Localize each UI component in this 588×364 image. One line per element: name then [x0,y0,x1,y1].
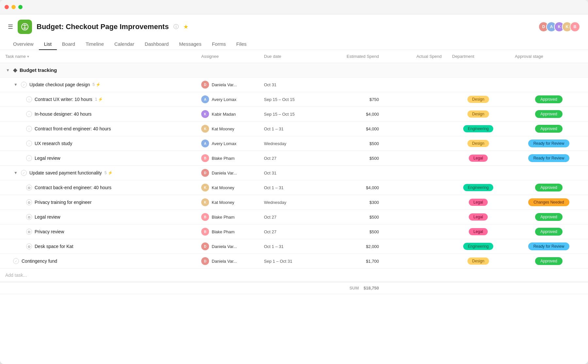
approval-badge-t2: Approved [535,110,562,118]
assignee-avatar-t9: B [201,228,209,236]
dept-tag-t1: Design [467,96,489,103]
sum-empty5 [447,282,510,294]
approval-badge-tt1: Approved [535,257,562,265]
approval-t8: Approved [510,210,588,224]
minimize-dot[interactable] [11,5,16,9]
task-check-t9[interactable]: ○ [26,229,32,235]
sum-empty6 [510,282,588,294]
tab-timeline[interactable]: Timeline [80,39,109,50]
task-name-cell-t2: ○ In-house designer: 40 hours [0,107,196,122]
group-collapse-payment[interactable]: ▼ [13,170,18,175]
task-check-t6[interactable]: ○ [26,185,32,190]
task-check-t5[interactable]: ○ [26,155,32,161]
task-name-cell-t8: ○ Legal review [0,210,196,224]
assignee-avatar-t3: K [201,125,209,133]
tab-dashboard[interactable]: Dashboard [139,39,174,50]
task-check-t3[interactable]: ○ [26,126,32,132]
task-check-t4[interactable]: ○ [26,141,32,146]
dept-tag-t7: Legal [469,199,487,206]
add-task-label[interactable]: Add task... [5,273,27,278]
avatar-group: D A K K B [538,22,580,32]
dept-tag-t4: Design [467,140,489,147]
tab-forms[interactable]: Forms [207,39,231,50]
col-header-assignee: Assignee [196,50,259,63]
actual-t6 [384,180,447,195]
approval-t9: Approved [510,224,588,239]
actual-tt1 [384,254,447,269]
assignee-avatar-daniela: D [201,81,209,89]
dept-tag-t10: Engineering [463,243,493,250]
group-estimated-checkout [321,77,384,92]
assignee-cell-tt1: D Daniela Var... [196,254,259,269]
group-approval-payment [510,166,588,180]
avatar: B [570,22,580,32]
info-icon[interactable]: ⓘ [173,24,179,30]
add-task-row[interactable]: Add task... [0,269,588,282]
subtask-badge-checkout: 5 ⚡ [92,82,101,87]
tab-list[interactable]: List [39,39,57,50]
section-collapse-icon[interactable]: ▼ [5,68,10,73]
main-content: Task name ▾ Assignee Due date Estimated … [0,50,588,294]
titlebar [0,0,588,14]
task-name-group-t3: ○ Contract front-end engineer: 40 hours [5,126,191,132]
task-name-group-t4: ○ UX research study [5,141,191,146]
sum-row: SUM $18,750 [0,282,588,294]
task-name-t9: Privacy review [35,229,64,234]
dept-t9: Legal [447,224,510,239]
dept-tt1: Design [447,254,510,269]
task-check-t8[interactable]: ○ [26,214,32,220]
menu-icon[interactable]: ☰ [8,23,13,30]
duedate-tt1: Sep 1 – Oct 31 [259,254,321,269]
group-collapse-checkout[interactable]: ▼ [13,82,18,87]
estimated-t8: $500 [321,210,384,224]
approval-badge-t7: Changes Needed [528,198,569,206]
task-check-t10[interactable]: ○ [26,243,32,249]
approval-t6: Approved [510,180,588,195]
group-row-checkout: ▼ ✓ Update checkout page design 5 ⚡ [0,77,588,92]
task-check-t1[interactable]: ○ [26,96,32,102]
group-actual-checkout [384,77,447,92]
task-check-tt1[interactable]: ✓ [13,258,19,264]
app-window: ☰ Budget: Checkout Page Improvements ⓘ ★… [0,0,588,364]
col-header-actual: Actual Spend [384,50,447,63]
star-icon[interactable]: ★ [183,23,188,30]
col-header-taskname[interactable]: Task name ▾ [0,50,196,63]
maximize-dot[interactable] [18,5,23,9]
task-check-payment[interactable]: ✓ [21,170,27,176]
section-cell-budget: ▼ ◆ Budget tracking [0,63,588,77]
table-container: Task name ▾ Assignee Due date Estimated … [0,50,588,294]
tab-files[interactable]: Files [231,39,252,50]
assignee-avatar-t7: K [201,198,209,206]
task-check-t2[interactable]: ○ [26,111,32,117]
task-name-cell-t5: ○ Legal review [0,151,196,166]
approval-badge-t9: Approved [535,228,562,236]
task-check-t7[interactable]: ○ [26,199,32,205]
approval-t2: Approved [510,107,588,122]
taskname-dropdown-icon[interactable]: ▾ [27,54,29,59]
dept-tag-t8: Legal [469,213,487,221]
group-assignee-payment: D Daniela Var... [196,166,259,180]
tab-calendar[interactable]: Calendar [109,39,139,50]
duedate-t10: Oct 1 – 31 [259,239,321,254]
tab-overview[interactable]: Overview [8,39,39,50]
assignee-cell-t5: B Blake Pham [196,151,259,166]
table-row: ✓ Contingency fund D Daniela Var... Sep … [0,254,588,269]
group-name-checkout: Update checkout page design [29,82,90,87]
approval-badge-t10: Ready for Review [528,242,570,250]
close-dot[interactable] [5,5,9,9]
duedate-t8: Oct 27 [259,210,321,224]
approval-badge-t5: Ready for Review [528,154,570,162]
approval-badge-t6: Approved [535,184,562,191]
tab-messages[interactable]: Messages [174,39,206,50]
sum-label: SUM [350,286,359,290]
approval-badge-t3: Approved [535,125,562,133]
add-task-cell[interactable]: Add task... [0,269,588,282]
assignee-cell-t8: B Blake Pham [196,210,259,224]
approval-badge-t8: Approved [535,213,562,221]
duedate-t1: Sep 15 – Oct 15 [259,92,321,107]
tab-board[interactable]: Board [57,39,80,50]
table-row: ○ UX research study A Avery Lomax Wednes… [0,136,588,151]
estimated-t9: $500 [321,224,384,239]
approval-t7: Changes Needed [510,195,588,210]
task-check-checkout[interactable]: ✓ [21,82,27,88]
